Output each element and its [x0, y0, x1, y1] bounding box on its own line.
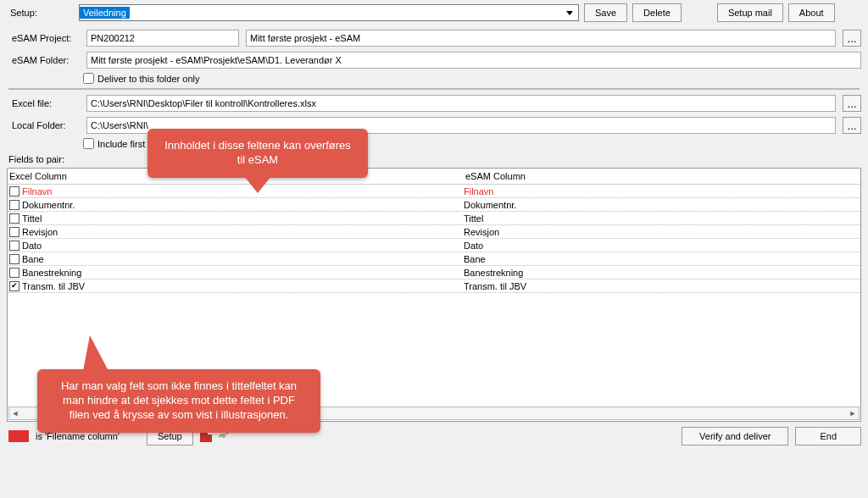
esam-column-cell: Banestrekning: [464, 268, 860, 278]
esam-column-cell: Bane: [464, 254, 860, 264]
filename-legend-text: is 'Filename column': [36, 431, 120, 441]
project-browse-button[interactable]: ...: [843, 30, 861, 47]
excel-column-cell: Revisjon: [22, 227, 58, 237]
setup-label: Setup:: [10, 8, 74, 18]
esam-project-label: eSAM Project:: [12, 33, 80, 43]
row-checkbox[interactable]: [9, 200, 19, 210]
excel-file-field[interactable]: [86, 95, 836, 112]
table-row[interactable]: DatoDato: [8, 239, 860, 252]
row-checkbox[interactable]: [9, 254, 19, 264]
row-checkbox[interactable]: [9, 186, 19, 196]
setup-dropdown[interactable]: Veiledning: [79, 4, 579, 21]
table-row[interactable]: ✔Transm. til JBVTransm. til JBV: [8, 279, 860, 293]
esam-column-cell: Filnavn: [464, 186, 860, 196]
project-code-field[interactable]: [86, 30, 239, 47]
table-row[interactable]: RevisjonRevisjon: [8, 225, 860, 239]
esam-folder-field[interactable]: [86, 52, 861, 69]
fields-to-pair-label: Fields to pair:: [0, 151, 868, 168]
row-checkbox[interactable]: [9, 241, 19, 251]
grid-header: Excel Column eSAM Column: [8, 169, 860, 185]
include-first-label: Include first: [97, 139, 145, 149]
row-checkbox[interactable]: [9, 227, 19, 237]
filename-color-swatch: [8, 430, 29, 442]
include-first-checkbox[interactable]: [83, 138, 94, 149]
esam-folder-label: eSAM Folder:: [12, 55, 80, 65]
table-row[interactable]: BanestrekningBanestrekning: [8, 266, 860, 279]
excel-column-cell: Filnavn: [22, 186, 52, 196]
scroll-right-icon[interactable]: ►: [847, 409, 859, 418]
excel-column-cell: Dato: [22, 241, 42, 251]
local-browse-button[interactable]: ...: [843, 117, 861, 134]
excel-browse-button[interactable]: ...: [843, 95, 861, 112]
delete-button[interactable]: Delete: [632, 3, 682, 22]
separator: [8, 88, 860, 90]
row-checkbox[interactable]: [9, 213, 19, 224]
deliver-only-checkbox[interactable]: [83, 73, 94, 84]
about-button[interactable]: About: [788, 3, 835, 22]
excel-column-cell: Tittel: [22, 213, 42, 224]
excel-file-label: Excel file:: [12, 98, 80, 108]
callout-top: Innholdet i disse feltene kan overføres …: [147, 129, 368, 178]
scroll-left-icon[interactable]: ◄: [9, 409, 21, 418]
excel-column-cell: Bane: [22, 254, 44, 264]
setup-mail-button[interactable]: Setup mail: [717, 3, 783, 22]
esam-column-cell: Dokumentnr.: [464, 200, 860, 210]
esam-column-header: eSAM Column: [464, 169, 860, 184]
row-checkbox[interactable]: ✔: [9, 281, 19, 291]
end-button[interactable]: End: [795, 427, 861, 445]
table-row[interactable]: FilnavnFilnavn: [8, 185, 860, 198]
esam-column-cell: Transm. til JBV: [464, 281, 860, 291]
row-checkbox[interactable]: [9, 268, 19, 278]
verify-deliver-button[interactable]: Verify and deliver: [682, 427, 788, 445]
callout-bottom: Har man valg felt som ikke finnes i titt…: [37, 369, 320, 433]
excel-column-cell: Dokumentnr.: [22, 200, 75, 210]
project-name-field[interactable]: [246, 30, 836, 47]
setup-dropdown-selected: Veiledning: [80, 7, 130, 19]
table-row[interactable]: BaneBane: [8, 252, 860, 266]
excel-column-cell: Banestrekning: [22, 268, 81, 278]
excel-column-cell: Transm. til JBV: [22, 281, 85, 291]
table-row[interactable]: TittelTittel: [8, 212, 860, 225]
local-folder-label: Local Folder:: [12, 120, 80, 130]
esam-column-cell: Revisjon: [464, 227, 860, 237]
esam-column-cell: Dato: [464, 241, 860, 251]
esam-column-cell: Tittel: [464, 213, 860, 224]
deliver-only-label: Deliver to this folder only: [97, 74, 199, 84]
save-button[interactable]: Save: [584, 3, 627, 22]
table-row[interactable]: Dokumentnr.Dokumentnr.: [8, 198, 860, 212]
